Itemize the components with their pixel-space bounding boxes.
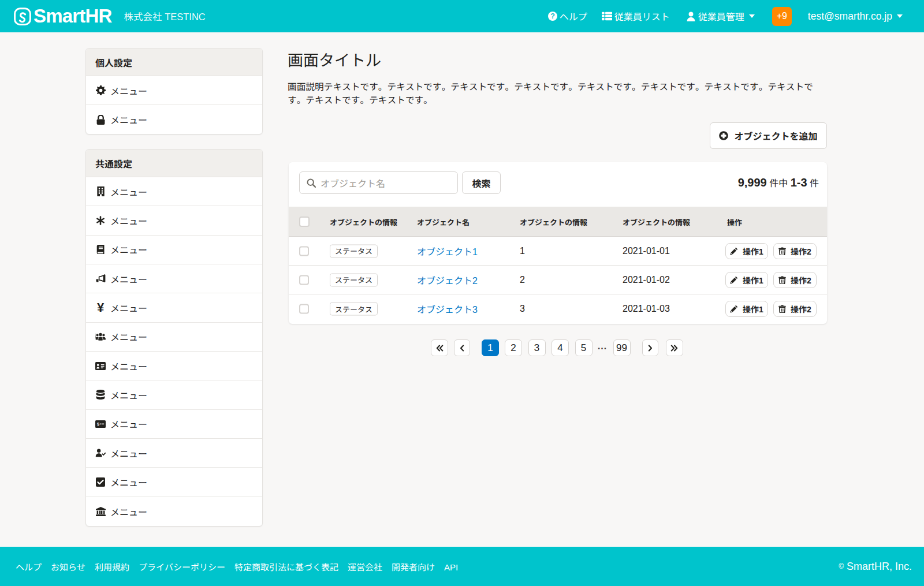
svg-text:?: ? bbox=[550, 12, 555, 20]
svg-text:$: $ bbox=[97, 421, 99, 427]
